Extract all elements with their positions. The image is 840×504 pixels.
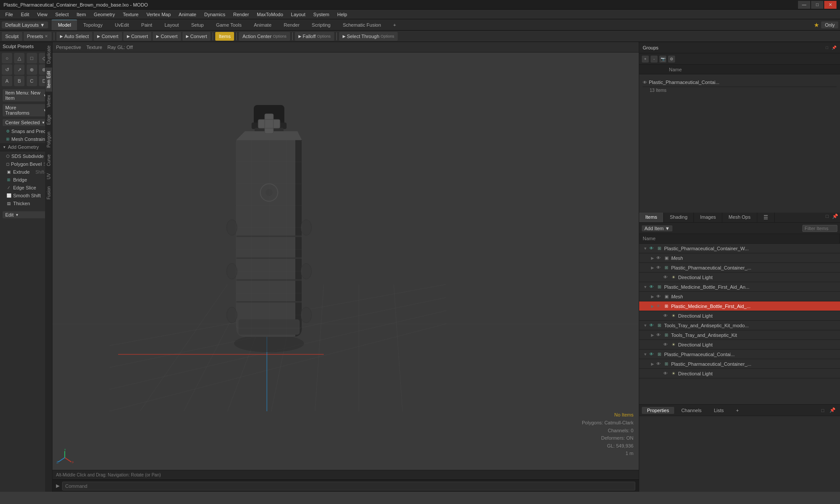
tab-schematic-fusion[interactable]: Schematic Fusion: [336, 20, 387, 30]
tree-item-1c[interactable]: 👁 ☀ Directional Light: [639, 273, 840, 282]
tab-animate[interactable]: Animate: [248, 20, 277, 30]
viewport-canvas[interactable]: X Y Z No Items Polygons: Catmull-Clark C…: [52, 52, 639, 470]
viewport-name[interactable]: Perspective: [56, 45, 81, 50]
tree-item-1a[interactable]: ▶ 👁 ▣ Mesh: [639, 253, 840, 263]
items-panel[interactable]: ▼ 👁 ⊞ Plastic_Pharmaceutical_Container_W…: [639, 244, 840, 404]
item-menu-btn[interactable]: Item Menu: New Item ▼: [3, 89, 49, 102]
sculpt-icon-10[interactable]: B: [14, 76, 24, 86]
sculpt-icon-7[interactable]: ⊕: [27, 64, 37, 75]
props-pin[interactable]: 📌: [828, 406, 837, 414]
tree-item-4a[interactable]: ▶ 👁 ⊞ Plastic_Pharmaceutical_Container_.…: [639, 359, 840, 369]
tree-item-2c[interactable]: 👁 ☀ Directional Light: [639, 311, 840, 321]
right-tab-mesh-ops[interactable]: Mesh Ops: [722, 213, 757, 222]
item-vis-1a[interactable]: 👁: [655, 255, 662, 262]
layout-selector[interactable]: Default Layouts ▼: [2, 21, 48, 28]
tab-topology[interactable]: Topology: [77, 20, 108, 30]
tree-item-2a[interactable]: ▶ 👁 ▣ Mesh: [639, 292, 840, 301]
tree-item-3a[interactable]: ▶ 👁 ⊞ Tools_Tray_and_Antiseptic_Kit: [639, 330, 840, 340]
tab-paint[interactable]: Paint: [135, 20, 158, 30]
vtab-vertex[interactable]: Vertex: [46, 91, 52, 111]
item-vis-4[interactable]: 👁: [648, 351, 655, 358]
tab-scripting[interactable]: Scripting: [306, 20, 337, 30]
menu-view[interactable]: View: [34, 11, 51, 18]
tool-polygon-bevel[interactable]: ◻ Polygon Bevel Shift-B: [0, 160, 52, 168]
snaps-precision-item[interactable]: ⚙ Snaps and Precision: [0, 127, 52, 135]
menu-texture[interactable]: Texture: [119, 11, 142, 18]
right-tab-items[interactable]: Items: [639, 213, 664, 222]
menu-help[interactable]: Help: [334, 11, 351, 18]
close-button[interactable]: ✕: [824, 1, 836, 9]
vtab-duplicate[interactable]: Duplicate: [46, 42, 52, 67]
props-tab-channels[interactable]: Channels: [676, 407, 707, 414]
sculpt-icon-3[interactable]: □: [27, 53, 37, 63]
falloff-button[interactable]: ▶ Falloff Options: [295, 32, 334, 41]
props-expand[interactable]: □: [819, 407, 826, 414]
right-tab-shading[interactable]: Shading: [664, 213, 694, 222]
sculpt-icon-6[interactable]: ↗: [14, 64, 24, 75]
tree-item-4[interactable]: ▼ 👁 ⊞ Plastic_Pharmaceutical_Contai...: [639, 350, 840, 359]
groups-camera-icon[interactable]: 📷: [659, 56, 666, 63]
tab-setup[interactable]: Setup: [185, 20, 210, 30]
item-vis-1[interactable]: 👁: [648, 245, 655, 252]
tree-item-2b[interactable]: ▶ 👁 ⊞ Plastic_Medicine_Bottle_First_Aid_…: [639, 301, 840, 311]
menu-system[interactable]: System: [310, 11, 333, 18]
tab-game-tools[interactable]: Game Tools: [210, 20, 248, 30]
expand-arrow-2[interactable]: ▼: [643, 285, 648, 289]
tool-bridge[interactable]: ⊞ Bridge: [0, 176, 52, 184]
menu-animate[interactable]: Animate: [175, 11, 200, 18]
menu-vertex-map[interactable]: Vertex Map: [143, 11, 175, 18]
right-tab-images[interactable]: Images: [694, 213, 722, 222]
sculpt-icon-9[interactable]: A: [2, 76, 12, 86]
viewport-texture[interactable]: Texture: [86, 45, 102, 50]
tab-model[interactable]: Model: [52, 20, 77, 30]
vtab-fusion[interactable]: Fusion: [46, 183, 52, 203]
props-tab-properties[interactable]: Properties: [642, 407, 674, 414]
expand-arrow-1b[interactable]: ▶: [650, 266, 655, 270]
menu-item[interactable]: Item: [73, 11, 89, 18]
vtab-edge[interactable]: Edge: [46, 111, 52, 128]
menu-dynamics[interactable]: Dynamics: [201, 11, 229, 18]
right-tab-pin[interactable]: 📌: [830, 213, 840, 222]
groups-main-row[interactable]: 👁 Plastic_Pharmaceutical_Contai...: [643, 78, 836, 87]
right-tab-menu[interactable]: ☰: [757, 213, 775, 222]
sculpt-button[interactable]: Sculpt: [2, 32, 22, 41]
item-vis-3b[interactable]: 👁: [662, 341, 669, 348]
star-button[interactable]: ★: [814, 21, 819, 28]
groups-add-icon[interactable]: +: [642, 56, 649, 63]
item-vis-2[interactable]: 👁: [648, 284, 655, 290]
tree-item-3b[interactable]: 👁 ☀ Directional Light: [639, 340, 840, 350]
presets-button[interactable]: Presets ✕: [24, 32, 52, 41]
tool-edge-slice[interactable]: ∕ Edge Slice: [0, 184, 52, 192]
expand-arrow-2a[interactable]: ▶: [650, 294, 655, 299]
item-vis-2a[interactable]: 👁: [655, 293, 662, 300]
more-transforms-btn[interactable]: More Transforms ▼: [3, 104, 49, 116]
expand-arrow-2b[interactable]: ▶: [650, 304, 655, 308]
command-input[interactable]: [62, 482, 635, 490]
select-through-button[interactable]: ▶ Select Through Options: [339, 32, 398, 41]
menu-maxtomode[interactable]: MaxToModo: [253, 11, 287, 18]
tree-item-4b[interactable]: 👁 ☀ Directional Light: [639, 369, 840, 378]
tool-smooth-shift[interactable]: ⬜ Smooth Shift: [0, 192, 52, 200]
right-tab-expand[interactable]: □: [824, 213, 830, 222]
add-item-btn[interactable]: Add Item ▼: [642, 225, 672, 231]
item-vis-3[interactable]: 👁: [648, 322, 655, 329]
sculpt-icon-1[interactable]: ○: [2, 53, 12, 63]
viewport-3d[interactable]: Perspective Texture Ray GL: Off ↻ ⊡ ⊕ ✥ …: [52, 42, 639, 492]
menu-layout[interactable]: Layout: [287, 11, 309, 18]
expand-arrow-3a[interactable]: ▶: [650, 333, 655, 337]
tool-sds-subdivide[interactable]: ⬡ SDS Subdivide 2x: [0, 152, 52, 160]
menu-file[interactable]: File: [2, 11, 17, 18]
item-vis-1b[interactable]: 👁: [655, 264, 662, 271]
groups-content[interactable]: 👁 Plastic_Pharmaceutical_Contai... 13 It…: [639, 74, 840, 213]
convert-button-2[interactable]: ▶ Convert: [123, 32, 152, 41]
convert-button-3[interactable]: ▶ Convert: [153, 32, 181, 41]
expand-arrow-3[interactable]: ▼: [643, 323, 648, 328]
sculpt-icon-2[interactable]: △: [14, 53, 24, 63]
expand-arrow-4[interactable]: ▼: [643, 352, 648, 357]
menu-select[interactable]: Select: [52, 11, 72, 18]
tool-extrude[interactable]: ▣ Extrude Shift-X: [0, 168, 52, 176]
tree-item-2[interactable]: ▼ 👁 ⊞ Plastic_Medicine_Bottle_First_Aid_…: [639, 282, 840, 292]
groups-expand-icon[interactable]: □: [826, 46, 828, 50]
minimize-button[interactable]: —: [798, 1, 810, 9]
items-button[interactable]: Items: [215, 32, 234, 41]
